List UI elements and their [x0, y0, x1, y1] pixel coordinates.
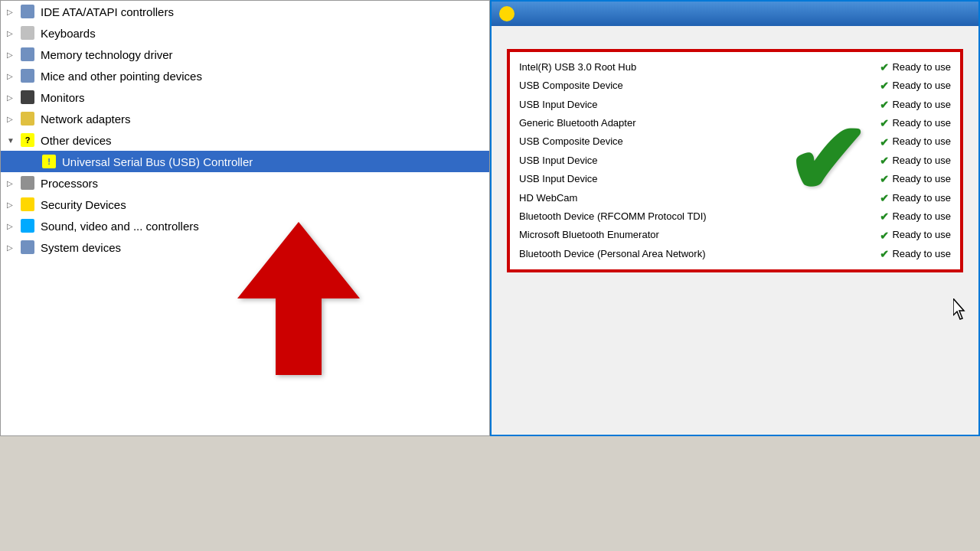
device-name: USB Input Device	[519, 153, 880, 169]
check-icon: ✔	[880, 190, 889, 207]
dialog-title-icon	[499, 6, 514, 21]
check-icon: ✔	[880, 59, 889, 76]
tree-arrow: ▼	[7, 136, 19, 145]
annotation-arrow	[237, 222, 360, 378]
ready-to-use-text: Ready to use	[892, 171, 951, 187]
tree-item-usb-controller[interactable]: !Universal Serial Bus (USB) Controller	[1, 151, 489, 172]
device-row: Microsoft Bluetooth Enumerator✔Ready to …	[519, 227, 951, 245]
device-row: HD WebCam✔Ready to use	[519, 189, 951, 207]
tree-arrow: ▷	[7, 115, 19, 123]
device-row: USB Composite Device✔Ready to use	[519, 133, 951, 152]
tree-icon-keyboard	[19, 24, 36, 41]
device-name: USB Input Device	[519, 171, 880, 187]
device-name: USB Composite Device	[519, 78, 880, 94]
ready-to-use-text: Ready to use	[892, 227, 951, 243]
ready-to-use-text: Ready to use	[892, 97, 951, 113]
device-row: USB Input Device✔Ready to use	[519, 152, 951, 170]
tree-item-monitors[interactable]: ▷Monitors	[1, 86, 489, 108]
tree-item-security[interactable]: ▷Security Devices	[1, 194, 489, 215]
device-status: ✔Ready to use	[880, 77, 951, 94]
tree-icon-generic	[19, 67, 36, 84]
device-row: USB Composite Device✔Ready to use	[519, 77, 951, 95]
check-icon: ✔	[880, 134, 889, 151]
svg-marker-0	[237, 222, 360, 375]
tree-arrow: ▷	[7, 243, 19, 252]
device-name: USB Input Device	[519, 97, 880, 113]
tree-arrow: ▷	[7, 72, 19, 80]
ready-to-use-text: Ready to use	[892, 116, 951, 132]
device-status: ✔Ready to use	[880, 208, 951, 225]
ready-to-use-text: Ready to use	[892, 134, 951, 150]
check-icon: ✔	[880, 77, 889, 94]
ready-to-use-text: Ready to use	[892, 209, 951, 225]
tree-icon-selected: !	[41, 153, 57, 170]
ready-to-use-text: Ready to use	[892, 153, 951, 169]
check-icon: ✔	[880, 208, 889, 225]
device-name: HD WebCam	[519, 191, 880, 207]
ready-to-use-text: Ready to use	[892, 60, 951, 76]
check-icon: ✔	[880, 171, 889, 187]
check-icon: ✔	[880, 246, 889, 262]
device-status: ✔Ready to use	[880, 190, 951, 207]
tree-label: Keyboards	[41, 27, 96, 40]
tree-icon-cpu	[19, 174, 36, 191]
tree-item-keyboards[interactable]: ▷Keyboards	[1, 22, 489, 44]
tree-item-memory[interactable]: ▷Memory technology driver	[1, 44, 489, 65]
device-status: ✔Ready to use	[880, 246, 951, 262]
device-name: Bluetooth Device (RFCOMM Protocol TDI)	[519, 209, 880, 225]
dialog-content: ✔ Intel(R) USB 3.0 Root Hub✔Ready to use…	[492, 26, 978, 285]
device-row: USB Input Device✔Ready to use	[519, 96, 951, 114]
ready-to-use-text: Ready to use	[892, 78, 951, 94]
tree-icon-sound	[19, 217, 36, 234]
tree-item-network[interactable]: ▷Network adapters	[1, 108, 489, 129]
device-status: ✔Ready to use	[880, 152, 951, 169]
tree-item-ide[interactable]: ▷IDE ATA/ATAPI controllers	[1, 1, 489, 22]
tree-icon-system	[19, 239, 36, 256]
tree-item-processors[interactable]: ▷Processors	[1, 172, 489, 194]
tree-arrow: ▷	[7, 222, 19, 230]
tree-icon-security	[19, 196, 36, 213]
device-status: ✔Ready to use	[880, 171, 951, 187]
tree-arrow: ▷	[7, 201, 19, 209]
tree-icon-generic	[19, 3, 36, 20]
tree-label: System devices	[41, 241, 121, 254]
tree-icon-generic	[19, 46, 36, 63]
tree-label: IDE ATA/ATAPI controllers	[41, 5, 174, 18]
device-row: Intel(R) USB 3.0 Root Hub✔Ready to use	[519, 58, 951, 77]
tree-item-other[interactable]: ▼?Other devices	[1, 129, 489, 151]
dialog-titlebar	[492, 2, 978, 26]
tree-icon-question: ?	[19, 132, 36, 148]
device-status: ✔Ready to use	[880, 134, 951, 151]
device-name: Intel(R) USB 3.0 Root Hub	[519, 60, 880, 76]
tree-arrow: ▷	[7, 8, 19, 16]
device-name: USB Composite Device	[519, 134, 880, 150]
device-name: Bluetooth Device (Personal Area Network)	[519, 246, 880, 262]
tree-label: Security Devices	[41, 198, 126, 211]
tree-icon-monitor	[19, 89, 36, 106]
tree-label: Processors	[41, 177, 98, 190]
device-row: Bluetooth Device (RFCOMM Protocol TDI)✔R…	[519, 207, 951, 226]
device-row: Generic Bluetooth Adapter✔Ready to use	[519, 114, 951, 132]
device-status: ✔Ready to use	[880, 59, 951, 76]
tree-item-mice[interactable]: ▷Mice and other pointing devices	[1, 65, 489, 86]
tree-label: Universal Serial Bus (USB) Controller	[62, 155, 253, 168]
check-icon: ✔	[880, 227, 889, 244]
device-row: USB Input Device✔Ready to use	[519, 170, 951, 188]
driver-software-dialog: ✔ Intel(R) USB 3.0 Root Hub✔Ready to use…	[490, 0, 980, 436]
check-icon: ✔	[880, 96, 889, 113]
check-icon: ✔	[880, 115, 889, 132]
ready-to-use-text: Ready to use	[892, 246, 951, 262]
tree-label: Memory technology driver	[41, 48, 173, 61]
device-row: Bluetooth Device (Personal Area Network)…	[519, 245, 951, 263]
device-name: Generic Bluetooth Adapter	[519, 116, 880, 132]
tree-label: Sound, video and ... controllers	[41, 220, 199, 233]
device-status: ✔Ready to use	[880, 115, 951, 132]
ready-to-use-text: Ready to use	[892, 191, 951, 207]
tree-arrow: ▷	[7, 29, 19, 37]
device-status: ✔Ready to use	[880, 96, 951, 113]
check-icon: ✔	[880, 152, 889, 169]
tree-icon-network	[19, 110, 36, 127]
device-status: ✔Ready to use	[880, 227, 951, 244]
tree-arrow: ▷	[7, 51, 19, 59]
tree-label: Network adapters	[41, 112, 131, 126]
